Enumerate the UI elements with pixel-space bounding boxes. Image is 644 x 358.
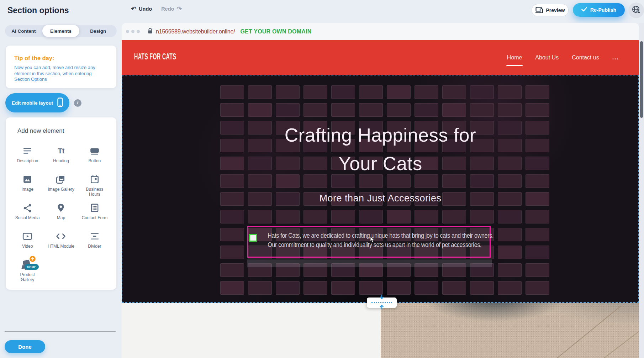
site-logo[interactable]: HATS FOR CATS	[134, 52, 176, 62]
redo-button[interactable]: Redo ↷	[161, 6, 182, 12]
video-icon	[22, 231, 32, 242]
hero-grid-tile	[359, 85, 383, 99]
add-element-contact-form[interactable]: Contact Form	[78, 200, 111, 228]
social-media-icon	[23, 202, 32, 214]
url-text[interactable]: n1566589.websitebuilder.online/	[156, 28, 235, 35]
add-element-description[interactable]: Description	[11, 143, 44, 172]
hero-section[interactable]: Crafting Happiness for Your Cats More th…	[122, 75, 639, 303]
add-element-social-media[interactable]: Social Media	[11, 200, 44, 228]
hero-grid-tile	[526, 281, 549, 295]
add-element-html-module[interactable]: HTML Module	[44, 228, 78, 257]
preview-button[interactable]: Preview	[532, 4, 569, 16]
selected-text-element[interactable]: Hats for Cats, we are dedicated to craft…	[247, 226, 491, 258]
toolbar-ghost-bar	[247, 259, 492, 267]
hero-grid-tile	[526, 263, 549, 277]
browser-chrome: n1566589.websitebuilder.online/ GET YOUR…	[122, 23, 639, 40]
hero-subheading[interactable]: More than Just Accessories	[122, 193, 638, 204]
app-window: Section options AI ContentElementsDesign…	[0, 0, 644, 358]
done-button[interactable]: Done	[5, 340, 45, 353]
hero-grid-tile	[526, 103, 549, 117]
element-label: Contact Form	[81, 215, 107, 220]
hero-body-line2: Our commitment to quality and individual…	[268, 240, 470, 249]
tab-ai-content[interactable]: AI Content	[5, 25, 42, 37]
hero-grid-tile	[498, 263, 522, 277]
add-element-video[interactable]: Video	[11, 228, 44, 257]
hero-grid-tile	[220, 246, 244, 259]
arrow-up-icon	[379, 304, 384, 311]
element-label: Image Gallery	[48, 187, 74, 192]
globe-button[interactable]	[628, 2, 644, 18]
nav-more-button[interactable]: ...	[612, 52, 619, 63]
add-element-business-hours[interactable]: Business Hours	[78, 172, 111, 200]
hero-grid-tile	[331, 103, 355, 117]
mobile-phone-icon	[57, 98, 63, 108]
hero-grid-tile	[470, 85, 494, 99]
globe-icon	[632, 5, 641, 16]
hero-grid-tile	[387, 85, 411, 99]
floor-image	[381, 303, 639, 358]
window-dot	[137, 30, 140, 33]
redo-label: Redo	[161, 6, 174, 12]
hero-grid-tile	[526, 210, 549, 223]
hero-grid-tile	[387, 210, 411, 223]
republish-button[interactable]: Re-Publish	[573, 3, 625, 17]
scrollbar-thumb[interactable]	[640, 41, 643, 118]
redo-icon: ↷	[176, 6, 182, 12]
info-icon[interactable]: i	[74, 99, 81, 107]
hero-body-line1: Hats for Cats, we are dedicated to craft…	[268, 231, 470, 240]
element-label: Map	[57, 215, 65, 220]
divider-icon	[90, 231, 99, 242]
get-domain-link[interactable]: GET YOUR OWN DOMAIN	[240, 28, 311, 35]
undo-redo-group: ↶ Undo Redo ↷	[131, 6, 182, 12]
nav-item-home[interactable]: Home	[507, 52, 522, 63]
add-element-map[interactable]: Map	[44, 200, 78, 228]
hero-grid-tile	[387, 281, 411, 295]
section-resize-handle[interactable]	[367, 298, 397, 308]
undo-icon: ↶	[131, 6, 136, 12]
add-element-button[interactable]: Button	[78, 143, 111, 172]
next-section[interactable]	[122, 303, 639, 358]
hero-grid-tile	[220, 281, 244, 295]
hero-grid-tile	[303, 103, 327, 117]
image-icon	[23, 174, 32, 185]
tab-design[interactable]: Design	[79, 25, 117, 37]
hero-grid-tile	[498, 281, 522, 295]
hero-grid-tile	[276, 85, 300, 99]
hero-grid-tile	[498, 210, 522, 223]
hero-grid-tile	[248, 103, 272, 117]
hero-grid-tile	[303, 210, 327, 223]
hero-grid-tile	[331, 210, 355, 223]
hero-grid-tile	[442, 85, 466, 99]
map-icon	[56, 202, 65, 214]
nav-item-about-us[interactable]: About Us	[535, 52, 559, 63]
html-module-icon	[56, 231, 66, 242]
preview-label: Preview	[546, 7, 565, 13]
site-header: HATS FOR CATS HomeAbout UsContact us...	[122, 40, 639, 75]
element-drag-handle[interactable]	[249, 234, 257, 242]
preview-scrollbar	[639, 23, 644, 358]
tab-elements[interactable]: Elements	[42, 25, 80, 37]
upgrade-badge-icon	[30, 256, 36, 262]
hero-grid-tile	[276, 281, 300, 295]
hero-grid-tile	[442, 103, 466, 117]
hero-grid-tile	[470, 103, 494, 117]
shop-badge: SHOP	[25, 264, 39, 270]
add-element-image-gallery[interactable]: Image Gallery	[44, 172, 78, 200]
hero-grid-tile	[220, 263, 244, 277]
add-element-heading[interactable]: TtHeading	[44, 143, 78, 172]
undo-button[interactable]: ↶ Undo	[131, 6, 152, 12]
tip-body: Now you can add, move and resize any ele…	[14, 65, 102, 83]
edit-mobile-layout-button[interactable]: Edit mobile layout	[5, 93, 69, 112]
hero-grid-tile	[498, 85, 522, 99]
hero-grid-tile	[415, 85, 438, 99]
hero-grid-tile	[442, 281, 466, 295]
nav-item-contact-us[interactable]: Contact us	[572, 52, 599, 63]
mouse-cursor	[370, 236, 375, 244]
arrow-down-icon	[379, 294, 384, 302]
hero-heading[interactable]: Crafting Happiness for Your Cats	[122, 121, 638, 178]
hero-grid-tile	[415, 281, 438, 295]
add-element-product-gallery[interactable]: SHOPProduct Gallery	[11, 257, 44, 285]
add-element-image[interactable]: Image	[11, 172, 44, 200]
add-element-divider[interactable]: Divider	[78, 228, 111, 257]
element-label: Image	[21, 187, 33, 192]
